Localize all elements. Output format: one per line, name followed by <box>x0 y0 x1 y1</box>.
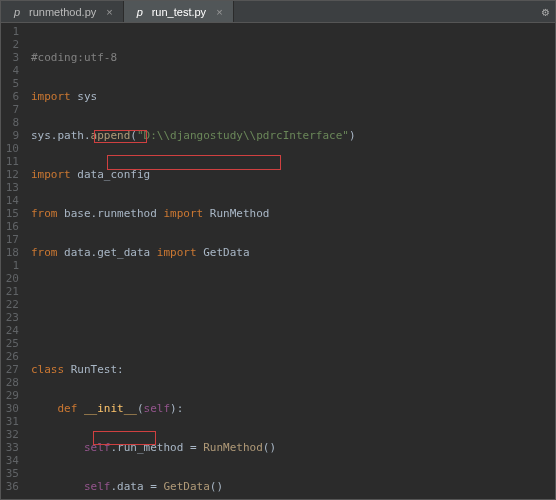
line-number: 20 <box>5 272 19 285</box>
line-number: 3 <box>5 51 19 64</box>
code-editor[interactable]: 1234567891011121314151617181202122232425… <box>1 23 555 499</box>
gear-icon[interactable]: ⚙ <box>542 5 549 19</box>
line-number: 12 <box>5 168 19 181</box>
line-number: 1 <box>5 259 19 272</box>
line-number: 26 <box>5 350 19 363</box>
line-number: 31 <box>5 415 19 428</box>
line-number: 1 <box>5 25 19 38</box>
line-number: 29 <box>5 389 19 402</box>
line-number: 14 <box>5 194 19 207</box>
line-number: 2 <box>5 38 19 51</box>
line-number: 6 <box>5 90 19 103</box>
line-number: 4 <box>5 64 19 77</box>
close-icon[interactable]: × <box>212 6 222 18</box>
python-file-icon: p <box>11 6 23 18</box>
line-number: 11 <box>5 155 19 168</box>
line-number: 8 <box>5 116 19 129</box>
close-icon[interactable]: × <box>102 6 112 18</box>
line-number: 18 <box>5 246 19 259</box>
line-number: 9 <box>5 129 19 142</box>
tab-label: runmethod.py <box>29 6 96 18</box>
line-number: 10 <box>5 142 19 155</box>
line-number: 28 <box>5 376 19 389</box>
line-number: 13 <box>5 181 19 194</box>
line-number: 27 <box>5 363 19 376</box>
tab-bar: p runmethod.py × p run_test.py × ⚙ <box>1 1 555 23</box>
line-number: 5 <box>5 77 19 90</box>
line-number: 7 <box>5 103 19 116</box>
line-number: 32 <box>5 428 19 441</box>
line-number: 16 <box>5 220 19 233</box>
line-number: 15 <box>5 207 19 220</box>
line-number: 34 <box>5 454 19 467</box>
python-file-icon: p <box>134 6 146 18</box>
line-number: 30 <box>5 402 19 415</box>
line-number: 24 <box>5 324 19 337</box>
code-area[interactable]: #coding:utf-8 import sys sys.path.append… <box>27 23 555 499</box>
line-number: 33 <box>5 441 19 454</box>
editor-tab-run-test[interactable]: p run_test.py × <box>124 1 234 22</box>
line-number: 21 <box>5 285 19 298</box>
line-number: 22 <box>5 298 19 311</box>
line-number: 36 <box>5 480 19 493</box>
line-number: 25 <box>5 337 19 350</box>
line-number: 23 <box>5 311 19 324</box>
tab-label: run_test.py <box>152 6 206 18</box>
line-number-gutter: 1234567891011121314151617181202122232425… <box>1 23 27 499</box>
editor-tab-runmethod[interactable]: p runmethod.py × <box>1 1 124 22</box>
line-number: 17 <box>5 233 19 246</box>
line-number: 35 <box>5 467 19 480</box>
